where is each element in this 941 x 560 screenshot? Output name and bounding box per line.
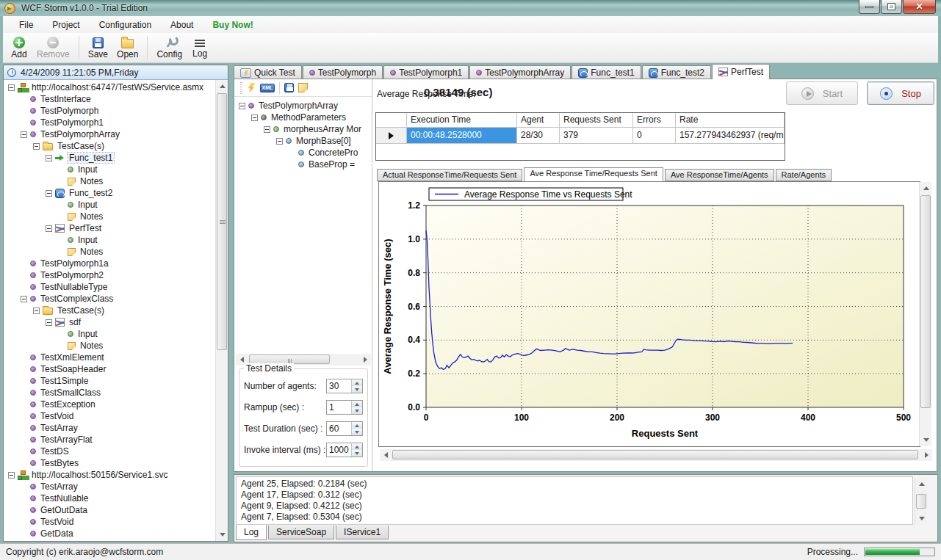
stepper-value[interactable]: 1000 — [327, 443, 351, 457]
open-button[interactable]: Open — [112, 34, 143, 62]
menu-file[interactable]: File — [10, 18, 42, 32]
tree-item[interactable]: TestArrayFlat — [4, 434, 215, 446]
numeric-stepper[interactable]: 30 — [326, 379, 363, 393]
scroll-thumb[interactable] — [392, 450, 918, 459]
menu-buy-now[interactable]: Buy Now! — [203, 18, 262, 32]
tree-item[interactable]: Func_test2 — [4, 187, 215, 199]
tree-item[interactable]: TestSmallClass — [4, 387, 215, 399]
stepper-value[interactable]: 60 — [327, 422, 351, 435]
tree-item[interactable]: TestPolymorph1 — [4, 117, 215, 128]
chart-vscrollbar[interactable] — [919, 182, 931, 446]
tree-item[interactable]: http://localhost:50156/Service1.svc — [4, 469, 215, 481]
tree-item[interactable]: TestInterface — [4, 93, 215, 105]
log-scrollbar[interactable] — [915, 478, 927, 525]
log-tab-log[interactable]: Log — [236, 525, 267, 540]
stop-button[interactable]: Stop — [867, 81, 934, 105]
tab-testpolymorph[interactable]: TestPolymorph — [303, 65, 383, 79]
tree-item[interactable]: GetOutData — [4, 504, 215, 516]
menu-configuration[interactable]: Configuration — [90, 18, 160, 32]
chart-tab[interactable]: Actual ResponseTime/Requests Sent — [377, 169, 522, 181]
tree-item[interactable]: TestArray — [4, 481, 215, 492]
tree-expander-icon[interactable] — [46, 190, 52, 197]
stepper-up-icon[interactable] — [352, 379, 362, 386]
tree-item[interactable]: TestPolymorphArray — [4, 128, 215, 140]
tab-func-test2[interactable]: Func_test2 — [642, 65, 711, 79]
tree-item[interactable]: http://localhost:64747/TestWS/Service.as… — [4, 81, 215, 93]
grid-column-header[interactable]: Errors — [633, 113, 676, 128]
stepper-down-icon[interactable] — [352, 407, 362, 414]
scroll-up-icon[interactable] — [216, 80, 228, 92]
scroll-left-icon[interactable] — [380, 449, 392, 461]
stepper-down-icon[interactable] — [352, 386, 362, 393]
tree-expander-icon[interactable] — [21, 296, 27, 302]
stepper-up-icon[interactable] — [352, 422, 362, 429]
stepper-value[interactable]: 1 — [327, 401, 351, 414]
stepper-up-icon[interactable] — [352, 443, 362, 450]
tree-expander-icon[interactable] — [33, 308, 40, 314]
menu-about[interactable]: About — [162, 18, 202, 32]
scroll-down-icon[interactable] — [915, 512, 928, 525]
restore-button[interactable] — [881, 0, 902, 14]
log-output[interactable]: Agent 25, Elapsed: 0.2184 (sec)Agent 17,… — [236, 476, 913, 525]
tree-item[interactable]: PerfTest — [4, 222, 215, 234]
tree-item[interactable]: TestVoid — [4, 410, 215, 422]
tree-item[interactable]: TestPolymorphArray — [234, 100, 372, 112]
tab-quick-test[interactable]: Quick Test — [234, 65, 302, 79]
chart-tab[interactable]: Ave ResponseTime/Agents — [665, 169, 774, 181]
tree-item[interactable]: Input — [4, 199, 215, 211]
tree-item[interactable]: BaseProp = — [234, 159, 372, 170]
grid-cell[interactable]: 00:00:48.2528000 — [407, 128, 517, 144]
tree-item[interactable]: Notes — [4, 211, 215, 222]
tree-item[interactable]: Test1Simple — [4, 375, 215, 387]
grid-column-header[interactable]: Requests Sent — [560, 113, 633, 128]
tree-item[interactable]: TestVoid — [4, 516, 215, 528]
chart-hscrollbar[interactable] — [380, 449, 932, 461]
scroll-up-icon[interactable] — [920, 182, 932, 194]
tree-item[interactable]: sdf — [4, 316, 215, 328]
tree-item[interactable]: TestPolymorph — [4, 105, 215, 117]
numeric-stepper[interactable]: 1000 — [326, 443, 363, 457]
add-button[interactable]: Add — [6, 34, 32, 62]
tree-item[interactable]: TestPolymorph2 — [4, 269, 215, 281]
tab-perftest[interactable]: PerfTest — [712, 64, 770, 79]
tree-item[interactable]: MorphBase[0] — [234, 135, 372, 147]
tree-expander-icon[interactable] — [21, 131, 27, 138]
scroll-thumb[interactable] — [920, 195, 931, 408]
save-request-icon[interactable] — [284, 83, 294, 92]
log-tab-servicesoap[interactable]: ServiceSoap — [268, 526, 334, 539]
tree-item[interactable]: TestXmlElement — [4, 352, 215, 363]
tree-item[interactable]: MethodParameters — [234, 112, 372, 123]
tree-item[interactable]: TestArray — [4, 422, 215, 434]
scroll-right-icon[interactable] — [920, 449, 932, 461]
notes-icon[interactable] — [298, 83, 308, 92]
tree-expander-icon[interactable] — [33, 143, 40, 150]
tree-item[interactable]: Input — [4, 328, 215, 340]
tree-item[interactable]: TestCase(s) — [4, 305, 215, 316]
tree-item[interactable]: TestDS — [4, 446, 215, 457]
tree-item[interactable]: TestNullable — [4, 492, 215, 504]
tree-expander-icon[interactable] — [46, 319, 52, 326]
toolbar-grip[interactable] — [240, 82, 242, 94]
tree-item[interactable]: Func_test1 — [4, 152, 215, 164]
grid-cell[interactable]: 0 — [633, 128, 676, 144]
scroll-down-icon[interactable] — [216, 528, 228, 541]
scroll-thumb[interactable] — [217, 93, 227, 350]
explorer-scrollbar[interactable] — [215, 80, 228, 541]
grid-column-header[interactable]: Rate — [676, 113, 785, 128]
tree-item[interactable]: ConcretePro — [234, 147, 372, 159]
tree-item[interactable]: TestComplexClass — [4, 293, 215, 305]
tree-item[interactable]: Input — [4, 234, 215, 246]
scroll-down-icon[interactable] — [920, 434, 932, 446]
chart-tab[interactable]: Rate/Agents — [776, 169, 832, 181]
tree-expander-icon[interactable] — [46, 155, 52, 161]
tree-expander-icon[interactable] — [8, 84, 15, 91]
tree-item[interactable]: TestNullableType — [4, 281, 215, 293]
tree-item[interactable]: TestSoapHeader — [4, 363, 215, 375]
tree-expander-icon[interactable] — [251, 114, 258, 121]
invoke-lightning-icon[interactable] — [247, 83, 256, 93]
start-button[interactable]: Start — [786, 81, 858, 105]
scroll-thumb[interactable] — [916, 494, 926, 509]
grid-cell[interactable]: 379 — [560, 128, 633, 144]
numeric-stepper[interactable]: 60 — [326, 421, 363, 436]
remove-button[interactable]: Remove — [32, 34, 74, 62]
